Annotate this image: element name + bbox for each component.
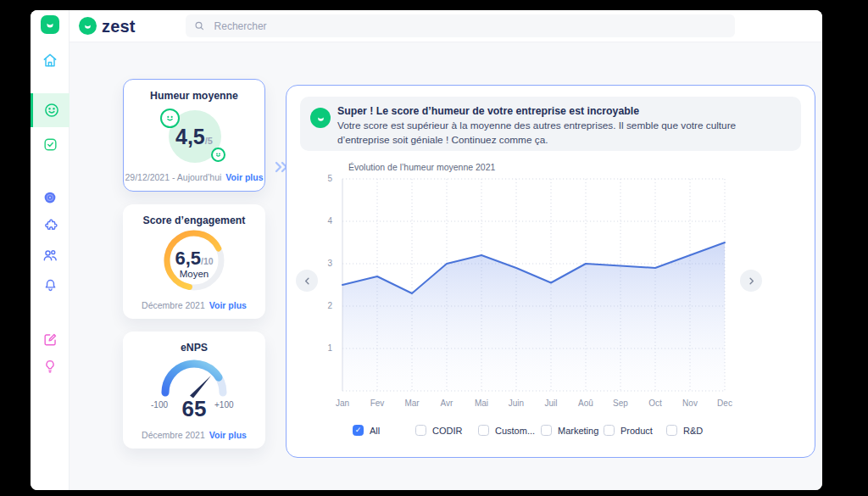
engagement-see-more-link[interactable]: Voir plus [209,300,247,310]
svg-text:Juin: Juin [509,398,524,408]
card-engagement[interactable]: Score d’engagement 6,5/10 Moyen Décembre [123,204,265,319]
card-mood[interactable]: Humeur moyenne 4,5/5 29/12/2021 - Aujour… [123,79,265,192]
filter-label: Custom... [495,426,535,436]
brand-name: zest [102,18,136,35]
sidebar-item-notifications[interactable] [31,268,70,302]
checkbox-icon[interactable] [415,425,426,436]
lightbulb-icon [42,359,58,374]
svg-text:Mar: Mar [404,398,420,408]
svg-text:2: 2 [327,301,332,310]
enps-see-more-link[interactable]: Voir plus [209,430,247,440]
engagement-value: 6,5/10 [123,249,265,270]
gauge-needle [190,376,211,398]
engagement-score: 6,5 [175,248,201,269]
checkbox-checked-icon[interactable] [353,425,364,436]
sidebar [31,10,70,490]
card-title: Humeur moyenne [124,90,264,102]
puzzle-icon [42,219,58,235]
app-window: zest Humeur moyenne 4,5/5 29/12/2021 - A… [31,10,822,490]
zest-smile-icon [310,108,331,128]
target-icon [42,190,58,205]
sidebar-item-mood[interactable] [31,93,70,127]
team-icon [42,247,58,264]
card-enps[interactable]: eNPS -100 +100 65 Décembre 2021 Voir plu… [123,332,265,449]
filter-product[interactable]: Product [604,425,666,436]
filter-label: All [370,426,380,436]
svg-text:Avr: Avr [441,398,453,408]
search-icon [194,20,205,31]
svg-text:Mai: Mai [475,398,488,408]
carousel-prev-button[interactable] [296,270,318,292]
mood-see-more-link[interactable]: Voir plus [225,172,263,182]
search-bar[interactable] [186,14,735,37]
filter-label: CODIR [432,426,462,436]
chevron-right-icon [747,276,756,286]
smile-icon [44,19,56,31]
zest-logo-icon [79,17,97,35]
sidebar-item-team[interactable] [31,238,70,272]
success-alert: Super ! Le score d’humeur de votre entre… [300,97,801,151]
enps-date: Décembre 2021 [142,430,205,440]
svg-text:Juil: Juil [544,398,557,408]
zest-logo-mark[interactable] [41,15,59,34]
search-input[interactable] [213,20,726,33]
svg-text:Jan: Jan [336,398,349,408]
svg-text:Nov: Nov [682,398,698,408]
check-square-icon [42,137,58,153]
filter-row: AllCODIRCustom...MarketingProductR&D [353,425,729,436]
svg-text:4: 4 [327,216,332,226]
filter-label: Marketing [558,426,598,436]
alert-title: Super ! Le score d’humeur de votre entre… [337,105,639,117]
svg-text:Oct: Oct [648,398,662,408]
svg-text:1: 1 [327,343,332,353]
mood-evolution-chart: JanFevMarAvrMaiJuinJuilAoûSepOctNovDec12… [307,170,748,416]
alert-body: Votre score est supérieur à la moyenne d… [337,119,791,148]
engagement-date: Décembre 2021 [142,300,205,310]
filter-label: R&D [683,426,703,436]
bell-icon [42,277,58,293]
svg-text:3: 3 [327,259,332,268]
home-icon [42,52,58,69]
card-title: Score d’engagement [123,215,265,226]
sidebar-item-ideas[interactable] [31,349,70,383]
enps-score: 65 [123,396,265,422]
brand[interactable]: zest [79,17,136,35]
chevron-left-icon [303,276,312,286]
topbar: zest [70,10,822,42]
filter-all[interactable]: All [353,425,415,436]
checkbox-icon[interactable] [478,425,489,436]
svg-text:5: 5 [327,174,332,183]
filter-codir[interactable]: CODIR [415,425,478,436]
mood-date-range: 29/12/2021 - Aujourd’hui [125,172,222,182]
svg-text:Dec: Dec [717,398,732,408]
card-title: eNPS [123,342,265,354]
smiley-badge-icon [160,109,180,128]
filter-marketing[interactable]: Marketing [541,425,604,436]
filter-rd[interactable]: R&D [666,425,729,436]
edit-icon [42,332,58,348]
mood-value: 4,5/5 [124,125,264,153]
mood-detail-panel: Super ! Le score d’humeur de votre entre… [286,85,815,458]
mood-score: 4,5 [175,125,205,148]
checkbox-icon[interactable] [541,425,552,436]
carousel-next-button[interactable] [740,270,762,292]
filter-custom[interactable]: Custom... [478,425,541,436]
smiley-badge-icon [211,148,225,162]
sidebar-item-tasks[interactable] [31,127,70,161]
sidebar-item-home[interactable] [31,43,70,77]
svg-text:Sep: Sep [613,398,628,408]
svg-text:Fev: Fev [370,398,385,408]
checkbox-icon[interactable] [604,425,615,436]
filter-label: Product [620,426,653,436]
engagement-level: Moyen [123,269,265,279]
engagement-score-max: /10 [201,256,214,266]
svg-text:Aoû: Aoû [578,398,593,408]
content-area: Humeur moyenne 4,5/5 29/12/2021 - Aujour… [70,42,822,490]
mood-smiley-icon [43,102,60,119]
mood-score-max: /5 [205,136,213,146]
checkbox-icon[interactable] [666,425,677,436]
